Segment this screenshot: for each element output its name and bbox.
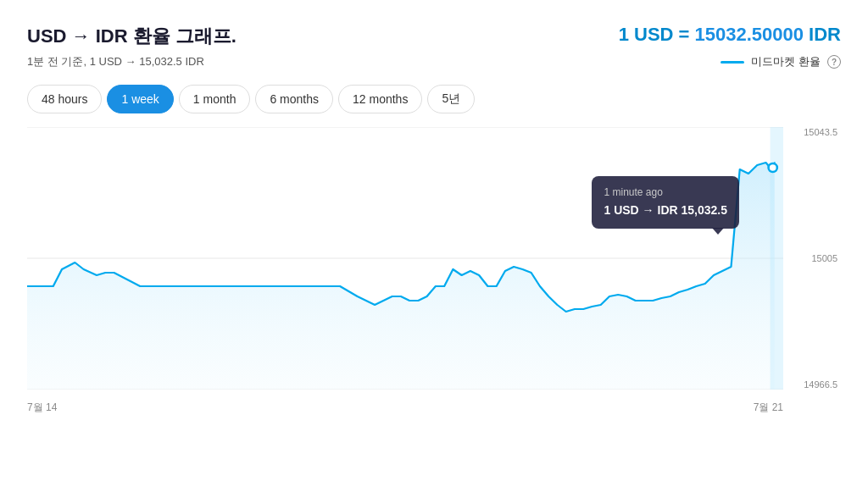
subtitle-text: 1분 전 기준, 1 USD → 15,032.5 IDR — [27, 54, 204, 69]
y-label-top: 15043.5 — [804, 127, 837, 137]
mid-market-label: 미드마켓 환율 ? — [721, 54, 841, 69]
chart-y-labels: 15043.5 15005 14966.5 — [790, 127, 841, 390]
rate-currency: IDR — [804, 24, 841, 45]
tab-1m[interactable]: 1 month — [179, 85, 251, 113]
tab-5y[interactable]: 5년 — [427, 85, 475, 113]
rate-label: 1 USD = — [619, 24, 695, 45]
mid-market-line-icon — [721, 61, 744, 64]
svg-marker-4 — [27, 163, 775, 390]
svg-point-6 — [769, 163, 777, 172]
tab-12m[interactable]: 12 months — [338, 85, 422, 113]
mid-market-text: 미드마켓 환율 — [751, 54, 821, 69]
rate-value: 15032.50000 — [695, 24, 804, 45]
chart-x-labels: 7월 14 7월 21 — [27, 395, 783, 415]
chart-svg-container — [27, 127, 783, 390]
rate-display: 1 USD = 15032.50000 IDR — [619, 24, 841, 46]
y-label-bottom: 14966.5 — [804, 379, 837, 390]
chart-area: 15043.5 15005 14966.5 — [27, 127, 841, 415]
help-icon[interactable]: ? — [827, 55, 841, 69]
page-title: USD → IDR 환율 그래프. — [27, 24, 236, 49]
chart-svg — [27, 127, 783, 390]
tabs-row: 48 hours1 week1 month6 months12 months5년 — [27, 85, 841, 113]
subtitle-row: 1분 전 기준, 1 USD → 15,032.5 IDR 미드마켓 환율 ? — [27, 54, 841, 69]
x-label-start: 7월 14 — [27, 401, 57, 415]
page-container: USD → IDR 환율 그래프. 1 USD = 15032.50000 ID… — [0, 0, 868, 481]
tab-6m[interactable]: 6 months — [255, 85, 333, 113]
tab-1w[interactable]: 1 week — [107, 85, 173, 113]
header-row: USD → IDR 환율 그래프. 1 USD = 15032.50000 ID… — [27, 24, 841, 49]
tab-48h[interactable]: 48 hours — [27, 85, 102, 113]
x-label-end: 7월 21 — [754, 401, 783, 415]
y-label-mid: 15005 — [811, 253, 837, 263]
